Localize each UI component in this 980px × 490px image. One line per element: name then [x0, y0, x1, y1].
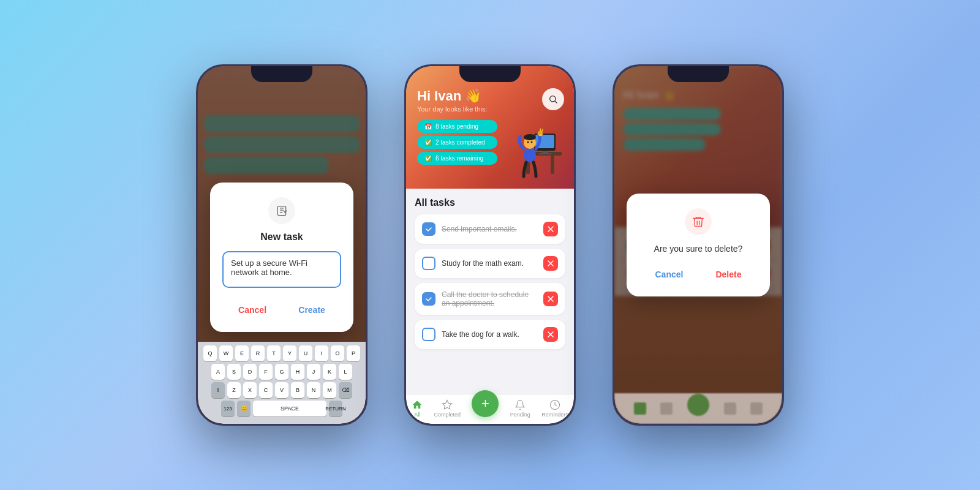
nav-item-completed[interactable]: Completed [434, 399, 461, 418]
svg-rect-4 [551, 156, 554, 174]
key-w[interactable]: W [219, 345, 233, 361]
key-q[interactable]: Q [203, 345, 217, 361]
calendar-icon: 📅 [424, 123, 432, 130]
new-task-icon [268, 197, 295, 224]
key-r[interactable]: R [251, 345, 265, 361]
task-checkbox-2[interactable] [422, 257, 435, 270]
key-i[interactable]: I [315, 345, 328, 361]
delete-modal-overlay: Are you sure to delete? Cancel Delete [614, 66, 782, 424]
delete-confirm-button[interactable]: Delete [703, 265, 753, 284]
phone-2-screen: Hi Ivan 👋 Your day looks like this: 📅 8 … [406, 66, 574, 424]
section-title: All tasks [415, 197, 565, 208]
keyboard-row-4: 123 😊 space return [200, 401, 363, 417]
task-item-4: Take the dog for a walk. [415, 320, 565, 349]
key-x[interactable]: X [243, 382, 257, 398]
keyboard: Q W E R T Y U I O P A S D F G H [198, 342, 366, 424]
phone-3: Hi Ivan 👋 [612, 64, 784, 426]
key-m[interactable]: M [323, 382, 336, 398]
delete-actions: Cancel Delete [639, 265, 758, 284]
key-shift[interactable]: ⇧ [211, 382, 225, 398]
key-e[interactable]: E [235, 345, 249, 361]
stat-pill-completed: ✅ 2 tasks completed [417, 136, 497, 149]
phone-2: Hi Ivan 👋 Your day looks like this: 📅 8 … [404, 64, 576, 426]
key-s[interactable]: S [227, 364, 241, 380]
tasks-section: All tasks Send important emails. Study f… [406, 189, 574, 424]
modal-actions: Cancel Create [222, 300, 341, 320]
nav-label-completed: Completed [434, 412, 461, 418]
nav-item-pending[interactable]: Pending [510, 399, 530, 418]
phone-1-background: New task Set up a secure Wi-Fi network a… [198, 66, 366, 424]
key-j[interactable]: J [307, 364, 320, 380]
phone-1-screen: New task Set up a secure Wi-Fi network a… [198, 66, 366, 424]
cancel-button[interactable]: Cancel [226, 300, 279, 320]
app-main: Hi Ivan 👋 Your day looks like this: 📅 8 … [406, 66, 574, 424]
new-task-modal: New task Set up a secure Wi-Fi network a… [210, 183, 353, 332]
key-a[interactable]: A [211, 364, 225, 380]
add-task-button[interactable]: + [472, 390, 499, 417]
key-d[interactable]: D [243, 364, 257, 380]
key-space[interactable]: space [253, 401, 326, 417]
task-item-2: Study for the math exam. [415, 249, 565, 278]
key-l[interactable]: L [339, 364, 352, 380]
svg-point-9 [524, 148, 536, 162]
key-g[interactable]: G [275, 364, 288, 380]
task-checkbox-4[interactable] [422, 328, 435, 341]
key-f[interactable]: F [259, 364, 273, 380]
key-return[interactable]: return [329, 401, 342, 417]
stat-pending-text: 8 tasks pending [435, 123, 478, 130]
add-icon: + [481, 397, 489, 410]
key-p[interactable]: P [347, 345, 360, 361]
svg-point-11 [527, 141, 529, 143]
task-delete-3[interactable] [543, 292, 558, 306]
task-text-4: Take the dog for a walk. [442, 330, 537, 339]
key-t[interactable]: T [267, 345, 281, 361]
key-v[interactable]: V [275, 382, 288, 398]
keyboard-row-2: A S D F G H J K L [200, 364, 363, 380]
create-button[interactable]: Create [286, 300, 337, 320]
phone-3-notch [668, 66, 729, 82]
delete-cancel-button[interactable]: Cancel [643, 265, 696, 284]
key-backspace[interactable]: ⌫ [339, 382, 352, 398]
stat-pill-pending: 📅 8 tasks pending [417, 120, 497, 133]
svg-rect-8 [539, 153, 551, 154]
svg-text:✌: ✌ [536, 127, 545, 137]
task-text-2: Study for the math exam. [442, 259, 537, 268]
stat-pills-container: 📅 8 tasks pending ✅ 2 tasks completed ✅ … [417, 120, 497, 165]
task-input[interactable]: Set up a secure Wi-Fi network at home. [222, 251, 341, 288]
stat-pill-remaining: ✅ 6 tasks remaining [417, 152, 497, 165]
nav-item-all[interactable]: All [412, 399, 423, 418]
svg-point-13 [524, 134, 536, 140]
key-y[interactable]: Y [283, 345, 296, 361]
svg-rect-7 [542, 151, 548, 153]
svg-point-12 [531, 141, 533, 143]
key-n[interactable]: N [307, 382, 320, 398]
task-delete-4[interactable] [543, 327, 558, 342]
delete-modal: Are you sure to delete? Cancel Delete [627, 194, 770, 296]
key-h[interactable]: H [291, 364, 304, 380]
task-checkbox-1[interactable] [422, 222, 435, 236]
task-item-1: Send important emails. [415, 214, 565, 244]
bottom-nav: All Completed + Pending [406, 394, 574, 424]
phone-3-background: Hi Ivan 👋 [614, 66, 782, 424]
key-123[interactable]: 123 [221, 401, 235, 417]
task-delete-2[interactable] [543, 256, 558, 271]
svg-rect-0 [277, 206, 285, 216]
key-k[interactable]: K [323, 364, 336, 380]
phone-1: New task Set up a secure Wi-Fi network a… [196, 64, 368, 426]
task-checkbox-3[interactable] [422, 292, 435, 306]
phone-3-screen: Hi Ivan 👋 [614, 66, 782, 424]
key-u[interactable]: U [299, 345, 312, 361]
task-delete-1[interactable] [543, 222, 558, 236]
stat-completed-text: 2 tasks completed [435, 139, 485, 146]
nav-item-reminders[interactable]: Reminders [541, 399, 568, 418]
phone-2-notch [459, 66, 521, 82]
key-emoji[interactable]: 😊 [237, 401, 251, 417]
key-z[interactable]: Z [227, 382, 241, 398]
stat-remaining-text: 6 tasks remaining [435, 155, 483, 162]
task-text-1: Send important emails. [442, 225, 537, 233]
key-c[interactable]: C [259, 382, 273, 398]
svg-marker-15 [443, 401, 452, 409]
key-o[interactable]: O [331, 345, 344, 361]
delete-question-text: Are you sure to delete? [639, 244, 758, 254]
key-b[interactable]: B [291, 382, 304, 398]
